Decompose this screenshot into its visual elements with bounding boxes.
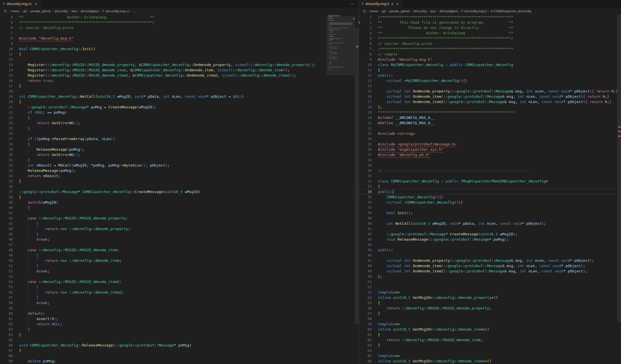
code-line[interactable]: 24 return GetErrorNG(); [0,120,359,126]
code-line[interactable]: 15 virtual int Ondmnode_property(::googl… [359,89,621,94]
line-number[interactable]: 33 [359,184,372,189]
line-number[interactable]: 42 [0,216,13,221]
code-line[interactable]: 19**************************************… [359,110,621,115]
code-line[interactable]: 38{ [0,194,359,200]
breadcrumb-item[interactable]: test [71,9,77,13]
line-number[interactable]: 53 [359,290,372,295]
code-line[interactable]: 34public: [359,189,621,194]
code-line[interactable]: 32 int nResult = MGCall(wMsgID, *poMsg, … [0,163,359,168]
line-number[interactable]: 37 [0,189,13,194]
line-number[interactable]: 13 [359,78,372,83]
code-line[interactable]: 59template<> [359,321,621,327]
code-line[interactable]: 58 [359,316,621,321]
line-number[interactable]: 60 [359,327,372,332]
line-number[interactable]: 39 [359,216,372,221]
line-number[interactable]: 57 [359,311,372,316]
code-line[interactable]: 46 [359,253,621,258]
code-line[interactable]: 14 [359,83,621,89]
line-number[interactable]: 21 [359,120,372,126]
line-number[interactable]: 12 [359,73,372,78]
line-number[interactable]: 17 [0,83,13,89]
code-line[interactable]: 44 return new ::dmconfig::dmnode_propert… [0,226,359,231]
line-number[interactable]: 36 [0,184,13,189]
code-line[interactable]: 23#include <string> [359,131,621,136]
code-line[interactable]: 54inline uint16_t GetMsgID<::dmconfig::d… [359,295,621,300]
breadcrumb-item[interactable]: … [133,9,137,13]
code-line[interactable]: 55{ [359,300,621,306]
breadcrumb-item[interactable]: Cdmconfig.msg.h [461,9,487,13]
line-number[interactable]: 12 [0,57,13,62]
line-number[interactable]: 16 [359,94,372,99]
code-line[interactable]: 3** Please do not change it directly. ** [359,25,621,30]
breadcrumb-item[interactable]: D: [363,9,366,13]
breadcrumb-item[interactable]: dmconfigtest [439,9,458,13]
code-line[interactable]: 10class MyCDMDispatcher_dmconfig : publi… [359,62,621,67]
line-number[interactable]: 29 [359,163,372,168]
code-line[interactable]: 26 [0,131,359,136]
code-line[interactable]: 39 [359,216,621,221]
minimap[interactable] [327,14,355,364]
code-line[interactable]: 62 return ::dmconfig::MSGID::MSGID_dmnod… [359,337,621,343]
code-line[interactable]: 42 case ::dmconfig::MSGID::MSGID_dmnode_… [0,216,359,221]
code-line[interactable]: 50 return new ::dmconfig::dmnode_item; [0,258,359,263]
code-line[interactable]: 43 void ReleaseMessage(::google::protobu… [359,237,621,242]
line-number[interactable]: 46 [359,253,372,258]
code-line[interactable]: 16 virtual int Ondmnode_item(::google::p… [359,94,621,99]
line-number[interactable]: 61 [0,316,13,321]
code-line[interactable]: 4** Auther: brinkqiang ** [359,30,621,36]
breadcrumb-item[interactable]: dmconfig [414,9,427,13]
code-line[interactable]: 63} [359,343,621,348]
line-number[interactable]: 50 [0,258,13,263]
code-line[interactable]: 8#include "dmconfig.msg.h" [0,36,359,41]
code-line[interactable]: 55 { [0,284,359,290]
line-number[interactable]: 49 [359,268,372,274]
line-number[interactable]: 35 [0,179,13,184]
code-line[interactable]: 33{ [359,184,621,189]
line-number[interactable]: 34 [359,189,372,194]
line-number[interactable]: 65 [359,353,372,358]
line-number[interactable]: 18 [359,104,372,110]
line-number[interactable]: 48 [0,247,13,253]
line-number[interactable]: 60 [0,311,13,316]
line-number[interactable]: 30 [0,152,13,157]
code-line[interactable]: 40 int NetCall(uint16_t wMsgID, void* pD… [359,221,621,226]
line-number[interactable]: 59 [359,321,372,327]
code-line[interactable]: 10bool CDMDispatcher_dmconfig::Init() [0,46,359,52]
code-line[interactable]: 37::google::protobuf::Message* CDMDispat… [0,189,359,194]
code-line[interactable]: 48 virtual int Ondmnode_item(::google::p… [359,263,621,268]
line-number[interactable]: 42 [359,231,372,237]
code-line[interactable]: 66void CDMDispatcher_dmconfig::ReleaseMe… [0,343,359,348]
line-number[interactable]: 7 [359,46,372,52]
code-line[interactable]: 61{ [359,332,621,337]
line-number[interactable]: 59 [0,306,13,311]
minimap-slider[interactable] [327,16,355,75]
code-line[interactable]: 69 delete poMsg; [0,358,359,364]
line-number[interactable]: 54 [0,279,13,284]
code-line[interactable]: 8// sample [359,52,621,57]
code-line[interactable]: 35} [0,179,359,184]
code-line[interactable]: 5***************************************… [0,20,359,25]
breadcrumb-item[interactable]: ◆CDMDispatcher_dmconfig [491,9,531,13]
editor-more-actions-icon[interactable]: ⋯ [346,0,359,8]
line-number[interactable]: 29 [0,147,13,152]
code-line[interactable]: 65template<> [359,353,621,358]
line-number[interactable]: 7 [0,30,13,36]
code-line[interactable]: 29 ReleaseMessage(poMsg); [0,147,359,152]
code-line[interactable]: 23 { [0,115,359,120]
code-line[interactable]: 30 return GetErrorNG(); [0,152,359,157]
line-number[interactable]: 23 [359,131,372,136]
line-number[interactable]: 3 [359,25,372,30]
line-number[interactable]: 28 [0,141,13,147]
line-number[interactable]: 20 [359,115,372,120]
code-line[interactable]: 17} [0,83,359,89]
line-number[interactable]: 10 [359,62,372,67]
breadcrumb-item[interactable]: git [382,9,385,13]
line-number[interactable]: 47 [0,242,13,247]
code-line[interactable]: 29 [359,163,621,168]
code-line[interactable]: 20#ifndef __DMCONFIG_MSG_H__ [359,115,621,120]
line-number[interactable]: 41 [0,210,13,216]
line-number[interactable]: 9 [0,41,13,46]
code-line[interactable]: 57} [359,311,621,316]
line-number[interactable]: 4 [359,30,372,36]
code-line[interactable]: 42 ::google::protobuf::Message* CreateMe… [359,231,621,237]
